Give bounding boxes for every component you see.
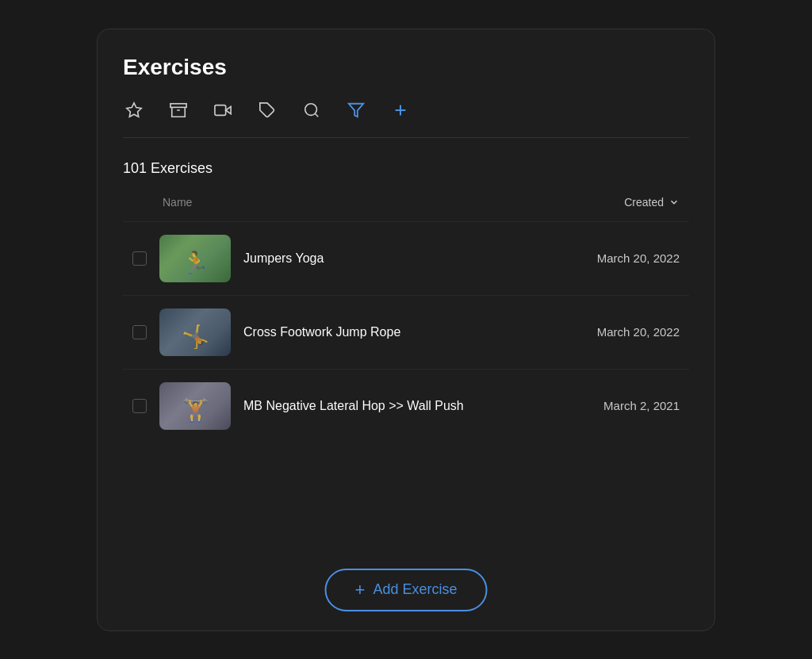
exercise-thumbnail-3: 🏋 <box>159 382 231 430</box>
table-row[interactable]: 🏃 Jumpers Yoga March 20, 2022 <box>123 221 689 295</box>
exercise-name-3: MB Negative Lateral Hop >> Wall Push <box>243 399 556 413</box>
filter-icon[interactable] <box>345 99 367 121</box>
exercises-panel: Exercises <box>97 29 715 631</box>
table-row[interactable]: 🤸 Cross Footwork Jump Rope March 20, 202… <box>123 295 689 369</box>
video-icon[interactable] <box>212 99 234 121</box>
svg-point-6 <box>305 103 317 115</box>
svg-line-7 <box>315 113 318 117</box>
svg-marker-8 <box>349 103 363 117</box>
svg-rect-1 <box>170 103 186 107</box>
row-checkbox-2[interactable] <box>132 325 147 339</box>
add-exercise-label: Add Exercise <box>373 581 457 598</box>
table-header: Name Created <box>123 196 689 221</box>
tag-icon[interactable] <box>256 99 278 121</box>
exercise-name-2: Cross Footwork Jump Rope <box>243 325 556 339</box>
add-exercise-icon: + <box>355 581 366 599</box>
add-exercise-button[interactable]: + Add Exercise <box>325 569 488 611</box>
exercise-name-1: Jumpers Yoga <box>243 251 556 266</box>
toolbar <box>123 99 689 138</box>
toolbar-add-icon[interactable] <box>389 99 412 121</box>
star-icon[interactable] <box>123 99 145 121</box>
row-checkbox-1[interactable] <box>132 251 147 266</box>
svg-marker-3 <box>226 106 231 113</box>
svg-marker-0 <box>127 102 141 116</box>
exercise-date-3: March 2, 2021 <box>569 399 680 412</box>
name-column-header: Name <box>163 196 192 209</box>
row-checkbox-3[interactable] <box>132 399 147 413</box>
exercise-date-1: March 20, 2022 <box>569 251 680 265</box>
svg-rect-4 <box>215 105 226 115</box>
archive-icon[interactable] <box>167 99 190 121</box>
exercise-thumbnail-2: 🤸 <box>159 308 231 356</box>
exercise-thumbnail-1: 🏃 <box>159 235 231 282</box>
search-icon[interactable] <box>301 99 323 121</box>
created-sort-button[interactable]: Created <box>624 196 680 209</box>
exercises-count: 101 Exercises <box>123 160 689 177</box>
exercise-date-2: March 20, 2022 <box>569 325 680 339</box>
page-title: Exercises <box>123 55 689 80</box>
table-row[interactable]: 🏋 MB Negative Lateral Hop >> Wall Push M… <box>123 369 689 443</box>
